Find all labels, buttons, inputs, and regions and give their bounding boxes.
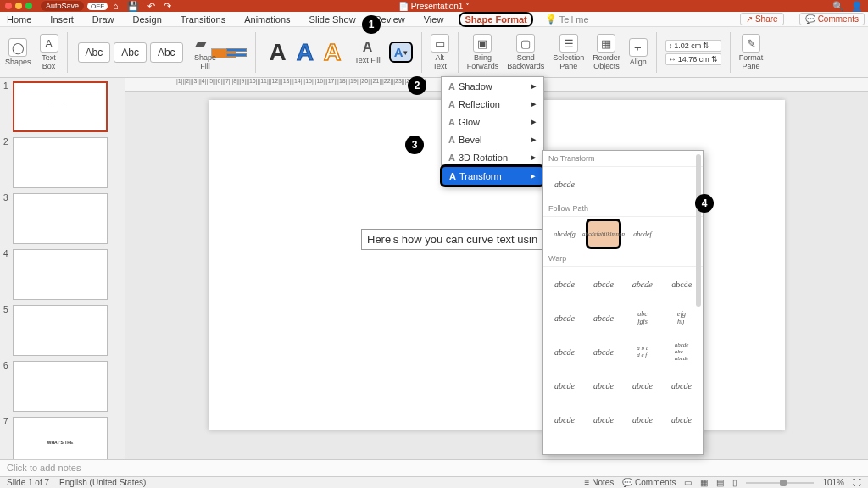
tab-animations[interactable]: Animations — [241, 13, 293, 26]
textbox-group[interactable]: A Text Box — [40, 34, 58, 70]
comments-button[interactable]: 💬 Comments — [799, 13, 865, 25]
tab-home[interactable]: Home — [3, 13, 35, 26]
warp-cell[interactable]: abcde — [586, 302, 621, 333]
document-title[interactable]: 📄 Presentation1 ˅ — [398, 2, 470, 11]
shape-fill-group[interactable]: ▰ Shape Fill — [193, 34, 218, 70]
undo-icon[interactable]: ↶ — [147, 1, 155, 12]
menu-transform[interactable]: ATransform▸ — [440, 164, 545, 187]
warp-cell[interactable]: abcde — [586, 336, 621, 367]
menu-shadow[interactable]: AShadow▸ — [442, 77, 543, 95]
warp-cell[interactable]: abcde — [547, 336, 582, 367]
menu-3d-rotation[interactable]: A3D Rotation▸ — [442, 148, 543, 166]
warp-cell[interactable]: abcde — [625, 370, 660, 401]
warp-cell[interactable]: abcfgfs — [625, 302, 660, 333]
menu-glow[interactable]: AGlow▸ — [442, 113, 543, 130]
bring-forward-group[interactable]: ▣ Bring Forwards — [467, 34, 499, 70]
warp-cell[interactable]: abcde — [547, 302, 582, 333]
height-input[interactable]: ↕ 1.02 cm ⇅ — [665, 40, 721, 52]
warp-cell[interactable]: abcde — [586, 370, 621, 401]
warp-cell[interactable]: efghij — [664, 302, 699, 333]
warp-cell[interactable]: abcde — [547, 370, 582, 401]
thumbnail-6[interactable]: 6 — [3, 361, 121, 412]
warp-cell[interactable]: abcde — [622, 269, 663, 299]
thumbnail-3[interactable]: 3 — [3, 193, 121, 244]
ribbon-toolbar: ◯ Shapes A Text Box Abc Abc Abc ▰ Shape … — [0, 27, 868, 78]
notes-pane[interactable]: Click to add notes — [0, 459, 868, 476]
wordart-styles[interactable]: A A A — [264, 39, 347, 66]
thumbnail-5[interactable]: 5 — [3, 305, 121, 356]
view-normal-icon[interactable]: ▭ — [684, 478, 692, 487]
shapes-group[interactable]: ◯ Shapes — [5, 38, 31, 66]
send-backward-group[interactable]: ▢ Send Backwards — [507, 34, 544, 70]
tab-view[interactable]: View — [420, 13, 448, 26]
format-pane-group[interactable]: ✎ Format Pane — [739, 34, 764, 70]
thumbnail-4[interactable]: 4 — [3, 249, 121, 300]
no-transform-option[interactable]: abcde — [547, 169, 582, 199]
warp-cell[interactable]: abcde — [664, 370, 699, 401]
redo-icon[interactable]: ↷ — [164, 1, 171, 12]
thumbnail-7[interactable]: 7WHAT'S THE — [3, 417, 121, 459]
warp-cell[interactable]: abcdeabcabcde — [664, 336, 699, 367]
window-controls[interactable] — [5, 3, 32, 9]
tab-design[interactable]: Design — [130, 13, 165, 26]
width-input[interactable]: ↔ 14.76 cm ⇅ — [665, 53, 721, 65]
notes-toggle[interactable]: ≡ Notes — [585, 478, 615, 487]
reorder-objects-group[interactable]: ▦ Reorder Objects — [593, 34, 620, 70]
slide-counter: Slide 1 of 7 — [7, 478, 49, 487]
align-group[interactable]: ⫟ Align — [629, 38, 648, 66]
selection-pane-group[interactable]: ☰ Selection Pane — [553, 34, 584, 70]
follow-path-circle[interactable]: abcdefghijklmnop — [586, 219, 621, 249]
view-sorter-icon[interactable]: ▦ — [700, 478, 708, 487]
slide-thumbnails: 1———— 2 3 4 5 6 7WHAT'S THE — [0, 78, 125, 459]
alt-text-group[interactable]: ▭ Alt Text — [431, 34, 449, 70]
warp-cell[interactable]: abcde — [586, 269, 621, 299]
search-icon[interactable]: 🔍 — [832, 1, 844, 12]
tab-insert[interactable]: Insert — [47, 13, 77, 26]
save-icon[interactable]: 💾 — [127, 1, 139, 12]
warp-cell[interactable]: abcde — [664, 404, 699, 435]
comments-toggle[interactable]: 💬 Comments — [622, 478, 676, 487]
textbox-icon: A — [40, 34, 58, 53]
account-icon[interactable]: 👤 — [851, 1, 863, 12]
autosave-label: AutoSave — [41, 1, 84, 11]
zoom-slider[interactable] — [746, 482, 814, 484]
thumbnail-1[interactable]: 1———— — [3, 81, 121, 132]
shape-outline-color[interactable] — [226, 48, 247, 57]
warp-cell[interactable]: abcde — [625, 404, 660, 435]
text-fill-group[interactable]: A Text Fill — [354, 40, 381, 64]
annotation-4: 4 — [695, 194, 714, 213]
zoom-percent[interactable]: 101% — [822, 478, 844, 487]
autosave-toggle[interactable]: OFF — [87, 3, 108, 10]
follow-path-arch-down[interactable]: abcdef — [625, 219, 660, 249]
shapes-icon: ◯ — [8, 38, 27, 57]
warp-cell[interactable]: abcde — [661, 269, 702, 299]
tab-transitions[interactable]: Transitions — [177, 13, 229, 26]
warp-cell[interactable]: a b cd e f — [625, 336, 660, 367]
share-button[interactable]: ↗ Share — [740, 13, 784, 25]
align-icon: ⫟ — [629, 38, 648, 57]
follow-path-arch-up[interactable]: abcdefg — [547, 219, 582, 249]
shape-style-gallery[interactable]: Abc Abc Abc — [76, 42, 185, 63]
tab-shape-format[interactable]: Shape Format — [459, 12, 532, 27]
view-reading-icon[interactable]: ▤ — [716, 478, 724, 487]
view-slideshow-icon[interactable]: ▯ — [732, 478, 737, 487]
status-bar: Slide 1 of 7 English (United States) ≡ N… — [0, 476, 868, 488]
warp-cell[interactable]: abcde — [547, 269, 582, 299]
tab-draw[interactable]: Draw — [89, 13, 118, 26]
menu-bevel[interactable]: ABevel▸ — [442, 130, 543, 148]
thumbnail-2[interactable]: 2 — [3, 137, 121, 188]
format-pane-icon: ✎ — [742, 34, 760, 53]
bring-forward-icon: ▣ — [473, 34, 492, 53]
fit-to-window-icon[interactable]: ⛶ — [853, 478, 861, 487]
reorder-icon: ▦ — [597, 34, 615, 53]
menu-reflection[interactable]: AReflection▸ — [442, 95, 543, 113]
tab-slideshow[interactable]: Slide Show — [306, 13, 359, 26]
tell-me[interactable]: 💡 Tell me — [545, 14, 589, 25]
warp-cell[interactable]: abcde — [586, 404, 621, 435]
text-effects-button[interactable]: A▾ — [389, 42, 413, 63]
home-icon[interactable]: ⌂ — [113, 1, 119, 12]
annotation-3: 3 — [405, 136, 424, 154]
warp-cell[interactable]: abcde — [547, 404, 582, 435]
annotation-2: 2 — [408, 76, 426, 95]
language-label[interactable]: English (United States) — [59, 478, 146, 487]
